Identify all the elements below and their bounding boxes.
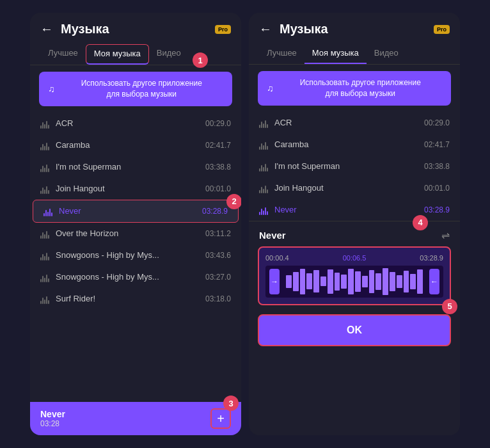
waveform-icon [259,161,268,172]
track-duration: 03:18.0 [205,294,231,303]
badge-1: 1 [193,52,208,68]
waveform-icon [259,183,268,193]
list-item[interactable]: Over the Horizon 03:11.2 [30,223,241,244]
track-duration: 03:38.8 [424,162,450,171]
track-duration: 00:01.0 [205,184,231,193]
right-header: ← Музыка Pro [249,13,460,42]
track-name: I'm not Superman [274,161,424,171]
waveform-visual: → [265,266,443,298]
ok-section: 5 OK [249,305,460,353]
list-item[interactable]: Caramba 02:41.7 [30,134,241,156]
wave-bar [375,273,381,290]
badge-3: 3 [223,396,239,411]
list-item[interactable]: ACR 00:29.0 [249,112,460,134]
waveform-time-start: 00:00.4 [265,254,289,262]
track-duration-active: 03:28.9 [202,207,228,216]
wave-bar [404,271,409,292]
waveform-icon [40,294,49,304]
waveform-icon [259,140,268,150]
waveform-icon [40,162,49,172]
waveform-icon [40,272,49,282]
right-screen: ← Музыка Pro Лучшее Моя музыка Видео ♫ И… [249,13,460,435]
waveform-icon [40,228,49,239]
list-item[interactable]: ACR 00:29.0 [30,113,241,134]
track-duration: 03:27.0 [205,273,231,282]
waveform-editor: 00:00.4 00:06.5 03:28.9 → [258,246,451,305]
list-item[interactable]: Join Hangout 00:01.0 [249,177,460,199]
tab-moya-left[interactable]: Моя музыка [86,44,149,65]
waveform-handle-left[interactable]: → [269,269,280,294]
track-name: ACR [56,118,205,128]
track-duration: 03:38.8 [205,163,231,172]
list-item[interactable]: Caramba 02:41.7 [249,134,460,156]
tab-luchshee-right[interactable]: Лучшее [259,44,304,64]
waveform-handle-right[interactable]: ← [429,269,439,294]
tab-video-right[interactable]: Видео [367,44,406,64]
list-item[interactable]: I'm not Superman 03:38.8 [249,156,460,177]
ok-button[interactable]: OK [258,314,451,346]
wave-bar [320,276,326,286]
track-duration: 00:29.0 [424,118,450,127]
use-app-button-right[interactable]: ♫ Использовать другое приложение для выб… [258,71,451,106]
back-button-left[interactable]: ← [40,22,53,36]
filter-icon[interactable]: ⇌ [441,229,450,241]
wave-bar [390,272,395,291]
wave-bar [369,270,375,293]
use-app-button-left[interactable]: ♫ Использовать другое приложение для выб… [39,72,232,106]
arrow-right-icon: → [271,277,278,286]
wave-bar [328,269,333,294]
list-item[interactable]: Surf Rider! 03:18.0 [30,288,241,310]
track-duration: 03:11.2 [205,229,231,238]
waveform-icon [259,118,268,128]
track-name: Caramba [274,140,424,149]
wave-bar [341,275,347,289]
wave-bar [293,272,299,291]
track-name: Never [274,205,424,214]
track-name: Join Hangout [56,184,205,193]
tab-luchshee-left[interactable]: Лучшее [40,44,86,65]
bottom-bar-left: 3 Never 03:28 + [30,402,241,435]
wave-bar [362,276,368,287]
list-item[interactable]: I'm not Superman 03:38.8 [30,156,241,178]
list-item[interactable]: Join Hangout 00:01.0 [30,178,241,200]
waveform-times: 00:00.4 00:06.5 03:28.9 [265,254,443,262]
track-name: I'm not Superman [56,162,205,172]
selected-track-name: Never [259,230,286,241]
track-name: Snowgoons - High by Mys... [56,272,205,282]
list-item[interactable]: Snowgoons - High by Mys... 03:43.6 [30,244,241,266]
wave-bar [306,273,312,289]
list-item[interactable]: Snowgoons - High by Mys... 03:27.0 [30,266,241,288]
track-duration: 03:28.9 [424,205,450,214]
list-item[interactable]: Never 03:28.9 [249,199,460,221]
track-name: Snowgoons - High by Mys... [56,250,205,260]
badge-4: 4 [413,215,428,230]
bottom-bar-info: Never 03:28 [40,409,65,428]
right-tabs: Лучшее Моя музыка Видео [249,42,460,65]
waveform-time-center: 00:06.5 [343,254,367,262]
tab-moya-right[interactable]: Моя музыка [304,44,367,64]
tab-video-left[interactable]: Видео [149,44,189,65]
bottom-bar-title: Never [40,409,65,419]
badge-2: 2 [226,194,241,209]
list-item-never[interactable]: 2 Never 03:28.9 [33,200,239,223]
left-music-list: ACR 00:29.0 Caramba 02:41.7 I'm not Supe… [30,113,241,402]
ok-button-label: OK [347,324,362,335]
wave-bar [410,274,416,289]
waveform-icon-active [259,205,268,215]
track-duration: 02:41.7 [205,141,231,150]
right-title: Музыка [280,22,328,36]
track-name-active: Never [59,206,202,216]
wave-bar [348,269,354,294]
bottom-bar-duration: 03:28 [40,419,65,428]
wave-bar [286,275,292,288]
track-name: ACR [274,118,424,127]
track-name: Caramba [56,140,205,150]
add-button[interactable]: + [210,408,231,429]
waveform-icon [40,140,49,150]
arrow-left-icon: ← [431,277,438,286]
waveform-icon [40,184,49,194]
wave-bar [397,275,402,288]
track-duration: 00:29.0 [205,119,231,128]
track-duration: 00:01.0 [424,184,450,193]
back-button-right[interactable]: ← [259,22,272,36]
